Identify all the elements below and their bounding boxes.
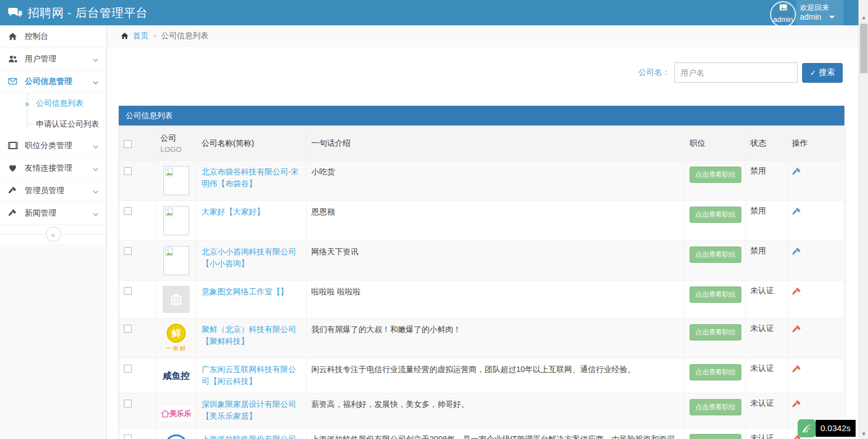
company-name-link[interactable]: 深圳象限家居设计有限公司【美乐乐家居】 [202, 400, 296, 420]
search-button[interactable]: ✓ 搜索 [802, 63, 843, 83]
status-text: 禁用 [750, 246, 766, 255]
check-icon: ✓ [810, 69, 816, 77]
gavel-icon [8, 209, 18, 218]
col-header-position: 职位 [685, 126, 746, 161]
breadcrumb-home-link[interactable]: 首页 [133, 31, 149, 41]
gavel-action-icon[interactable] [792, 325, 801, 334]
company-intro: 薪资高，福利好，发展快，美女多，帅哥好。 [311, 398, 680, 410]
company-name-link[interactable]: 北京布袋谷科技有限公司-宋明伟【布袋谷】 [202, 167, 299, 188]
sidebar-item-news-management[interactable]: 新闻管理 [0, 202, 106, 225]
gavel-action-icon[interactable] [792, 207, 801, 216]
view-positions-button[interactable]: 点击查看职位 [690, 324, 741, 341]
sidebar-item-admin-management[interactable]: 管理员管理 [0, 180, 106, 202]
row-checkbox[interactable] [124, 434, 132, 439]
scrollbar-thumb[interactable] [860, 24, 867, 73]
company-intro: 小吃货 [311, 166, 680, 177]
company-logo-meilele: 美乐乐 [160, 406, 193, 421]
sidebar-item-friend-links-management[interactable]: 友情连接管理 [0, 157, 106, 180]
row-checkbox[interactable] [124, 400, 132, 407]
breadcrumb-current: 公司信息列表 [161, 31, 208, 41]
main-content: 首页 › 公司信息列表 公司名： ✓ 搜索 公司信息列表 [107, 25, 858, 439]
sidebar-item-label: 新闻管理 [25, 208, 56, 218]
table-row: 大家好【大家好】 恩恩额 点击查看职位 禁用 [119, 201, 846, 241]
row-checkbox[interactable] [124, 287, 132, 295]
breadcrumb: 首页 › 公司信息列表 [107, 25, 858, 47]
company-intro: 网络天下资讯 [311, 246, 680, 257]
submenu-item-apply-certified-company-list[interactable]: 申请认证公司列表 [0, 114, 106, 135]
gavel-action-icon[interactable] [792, 247, 801, 256]
envelope-icon [8, 77, 18, 86]
welcome-block[interactable]: 欢迎回来 admin [800, 3, 835, 22]
company-name-link[interactable]: 意象图文网络工作室【】 [202, 287, 288, 296]
status-text: 未认证 [750, 286, 774, 295]
table-row: 意象图文网络工作室【】 啦啦啦 啦啦啦 点击查看职位 未认证 [119, 281, 846, 319]
gavel-icon [8, 186, 18, 195]
view-positions-button[interactable]: 点击查看职位 [690, 364, 741, 380]
company-intro: 啦啦啦 啦啦啦 [311, 286, 680, 297]
admin-page: 招聘网 - 后台管理平台 admin 欢迎回来 admin 控制台 [0, 0, 868, 439]
row-checkbox[interactable] [124, 365, 132, 373]
company-name-link[interactable]: 上海派拉软件股份有限公司【派拉软件】 [202, 434, 296, 439]
company-name-link[interactable]: 广东闲云互联网科技有限公司【闲云科技】 [202, 365, 296, 386]
company-table: 公司 LOGO 公司名称(简称) 一句话介绍 职位 状态 操作 [119, 126, 846, 439]
chevron-down-icon [93, 186, 99, 195]
row-checkbox[interactable] [124, 325, 132, 333]
sidebar-item-job-category-management[interactable]: 职位分类管理 [0, 135, 106, 157]
status-text: 未认证 [750, 324, 774, 333]
trace-time: 0.0342s [816, 420, 856, 437]
home-icon [120, 32, 129, 40]
sidebar: 控制台 用户管理 公司信息管理 » 公司信息列表 [0, 25, 107, 439]
company-intro: 上海派拉软件股份有限公司创立于2008年，是一家企业级IT管理平台解决方案供应商… [311, 433, 680, 439]
chevron-down-icon [93, 164, 99, 173]
col-header-status: 状态 [746, 126, 788, 161]
company-logo-broken-image [163, 246, 189, 275]
sidebar-collapse-button[interactable]: « [46, 227, 61, 242]
submenu-item-company-info-list[interactable]: » 公司信息列表 [0, 93, 106, 114]
company-name-search-input[interactable] [674, 62, 798, 83]
row-checkbox[interactable] [124, 167, 132, 175]
scroll-down-arrow-icon[interactable]: ▼ [859, 429, 868, 438]
company-name-link[interactable]: 大家好【大家好】 [202, 207, 265, 216]
company-name-link[interactable]: 聚鲜（北京）科技有限公司【聚鲜科技】 [202, 325, 296, 346]
users-icon [8, 55, 18, 64]
avatar-alt-text: admin [773, 15, 793, 24]
gavel-action-icon[interactable] [792, 365, 801, 374]
gavel-action-icon[interactable] [792, 400, 801, 409]
view-positions-button[interactable]: 点击查看职位 [690, 167, 741, 183]
heart-icon [8, 164, 18, 173]
gavel-action-icon[interactable] [792, 167, 801, 176]
app-title: 招聘网 - 后台管理平台 [28, 5, 148, 21]
view-positions-button[interactable]: 点击查看职位 [690, 207, 741, 223]
comments-icon [8, 7, 23, 19]
company-logo-broken-image [163, 166, 189, 195]
search-bar: 公司名： ✓ 搜索 [107, 62, 843, 83]
view-positions-button[interactable]: 点击查看职位 [690, 399, 741, 415]
sidebar-item-label: 友情连接管理 [25, 163, 72, 173]
table-row: 美乐乐 深圳象限家居设计有限公司【美乐乐家居】 薪资高，福利好，发展快，美女多，… [119, 393, 846, 428]
sidebar-item-company-info-management[interactable]: 公司信息管理 [0, 70, 106, 93]
row-checkbox[interactable] [124, 247, 132, 255]
thinkphp-logo-icon[interactable] [798, 419, 816, 437]
view-positions-button[interactable]: 点击查看职位 [690, 247, 741, 263]
vertical-scrollbar[interactable]: ▲ ▼ [858, 0, 868, 439]
breadcrumb-separator: › [154, 32, 156, 40]
table-row: 咸鱼控 广东闲云互联网科技有限公司【闲云科技】 闲云科技专注于电信行业流量经营的… [119, 359, 846, 393]
sidebar-item-console[interactable]: 控制台 [0, 25, 106, 48]
company-logo-paila: R [165, 434, 187, 439]
gavel-action-icon[interactable] [792, 287, 801, 296]
sidebar-item-user-management[interactable]: 用户管理 [0, 48, 106, 70]
sidebar-footer-area [0, 244, 106, 439]
view-positions-button[interactable]: 点击查看职位 [690, 286, 741, 303]
company-name-link[interactable]: 北京小小咨询科技有限公司【小小咨询】 [202, 247, 296, 268]
status-text: 禁用 [750, 206, 766, 215]
chevron-down-icon [93, 209, 99, 218]
company-intro: 我们有屌爆了的大叔！和嫩爆了的小鲜肉！ [311, 324, 680, 335]
company-logo-text: 咸鱼控 [163, 370, 190, 382]
row-checkbox[interactable] [124, 207, 132, 215]
company-info-panel: 公司信息列表 公司 LOGO 公司名称(简称) 一句话介绍 [118, 105, 845, 439]
scroll-up-arrow-icon[interactable]: ▲ [859, 12, 868, 22]
select-all-checkbox[interactable] [124, 140, 132, 148]
avatar[interactable]: admin [770, 1, 796, 28]
chevron-down-icon [93, 141, 99, 150]
view-positions-button[interactable]: 点击查看职位 [690, 434, 741, 439]
